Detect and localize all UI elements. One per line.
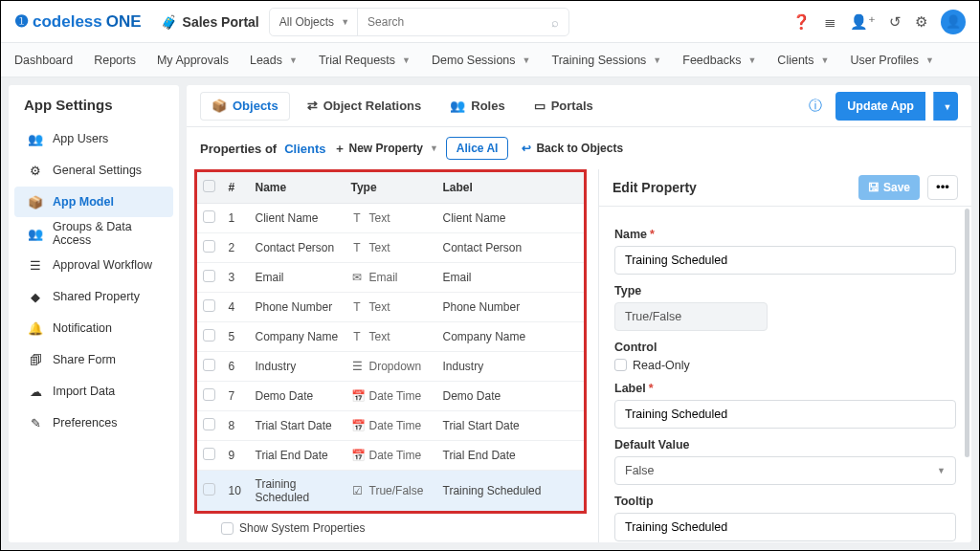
search-icon[interactable]: ⌕ — [551, 14, 559, 29]
row-checkbox[interactable] — [203, 210, 215, 223]
tab-icon: ⇄ — [307, 99, 318, 113]
row-type: 📅Date Time — [351, 419, 432, 432]
sidebar-item-approval-workflow[interactable]: ☰Approval Workflow — [14, 250, 173, 280]
row-checkbox[interactable] — [203, 418, 215, 430]
table-row[interactable]: 7 Demo Date 📅Date Time Demo Date — [196, 382, 586, 411]
help-icon[interactable]: ❓ — [792, 13, 811, 31]
show-system-checkbox[interactable] — [221, 522, 234, 535]
col-type: Type — [345, 171, 437, 204]
row-type: TText — [351, 300, 432, 314]
nav-leads[interactable]: Leads▼ — [250, 54, 298, 67]
table-row[interactable]: 1 Client Name TText Client Name — [196, 204, 586, 233]
table-row[interactable]: 8 Trial Start Date 📅Date Time Trial Star… — [196, 411, 586, 441]
nav-feedbacks[interactable]: Feedbacks▼ — [682, 54, 756, 67]
field-type-value: True/False — [614, 302, 768, 331]
nav-trial-requests[interactable]: Trial Requests▼ — [319, 54, 411, 67]
field-default-select[interactable]: False ▼ — [614, 456, 956, 485]
row-checkbox[interactable] — [203, 270, 215, 282]
user-add-icon[interactable]: 👤⁺ — [850, 13, 876, 31]
sidebar-item-import-data[interactable]: ☁Import Data — [14, 376, 173, 407]
row-type: ☑True/False — [351, 484, 432, 497]
alice-ai-button[interactable]: Alice AI — [446, 137, 509, 160]
row-checkbox[interactable] — [203, 329, 215, 342]
readonly-checkbox[interactable] — [614, 359, 627, 371]
tab-object-relations[interactable]: ⇄Object Relations — [296, 92, 434, 121]
row-checkbox[interactable] — [203, 448, 215, 460]
sidebar-item-label: General Settings — [53, 164, 142, 177]
sidebar-item-shared-property[interactable]: ◆Shared Property — [14, 281, 173, 312]
field-name-input[interactable] — [614, 246, 956, 275]
nav-dashboard[interactable]: Dashboard — [14, 54, 73, 67]
logo-main: codeless — [33, 12, 102, 32]
back-to-objects-link[interactable]: ↩ Back to Objects — [522, 142, 623, 155]
table-row[interactable]: 10 Training Scheduled ☑True/False Traini… — [196, 471, 586, 513]
row-checkbox[interactable] — [203, 359, 215, 371]
save-label: Save — [883, 181, 910, 194]
nav-clients[interactable]: Clients▼ — [777, 54, 829, 67]
table-row[interactable]: 5 Company Name TText Company Name — [196, 322, 586, 352]
gear-icon[interactable]: ⚙ — [915, 13, 927, 31]
row-checkbox[interactable] — [203, 299, 215, 312]
sidebar-item-app-model[interactable]: 📦App Model — [14, 187, 173, 217]
row-label: Email — [437, 263, 586, 293]
row-checkbox[interactable] — [203, 240, 215, 253]
row-name: Trial End Date — [250, 441, 345, 471]
object-name-link[interactable]: Clients — [284, 142, 325, 156]
database-icon[interactable]: ≣ — [824, 13, 836, 31]
show-system-properties[interactable]: Show System Properties — [194, 514, 587, 535]
history-icon[interactable]: ↺ — [889, 13, 902, 31]
search-input[interactable] — [358, 9, 568, 35]
table-row[interactable]: 4 Phone Number TText Phone Number — [196, 293, 586, 322]
type-icon: T — [351, 330, 364, 343]
nav-my-approvals[interactable]: My Approvals — [157, 54, 229, 67]
save-button[interactable]: 🖫 Save — [858, 175, 920, 200]
dots-icon: ••• — [936, 180, 949, 194]
update-app-dropdown[interactable]: ▼ — [933, 92, 958, 121]
update-app-button[interactable]: Update App — [835, 92, 925, 121]
sidebar-item-icon: 👥 — [28, 227, 43, 241]
sidebar-item-app-users[interactable]: 👥App Users — [14, 123, 173, 154]
briefcase-icon: 🧳 — [161, 14, 177, 30]
tab-objects[interactable]: 📦Objects — [200, 92, 290, 121]
row-name: Demo Date — [250, 382, 345, 411]
new-property-button[interactable]: ＋ New Property ▼ — [334, 141, 438, 157]
sidebar-item-label: Import Data — [53, 385, 115, 398]
field-tooltip-input[interactable] — [614, 513, 956, 541]
search-scope-dropdown[interactable]: All Objects ▼ — [270, 9, 358, 35]
sidebar-item-icon: 🗐 — [28, 353, 43, 367]
row-number: 9 — [223, 441, 250, 471]
type-icon: T — [351, 300, 364, 314]
portal-switcher[interactable]: 🧳 Sales Portal — [161, 14, 259, 30]
select-all-checkbox[interactable] — [203, 180, 215, 192]
tab-roles[interactable]: 👥Roles — [438, 92, 516, 121]
more-actions-button[interactable]: ••• — [927, 175, 958, 200]
row-checkbox[interactable] — [203, 483, 215, 496]
field-label-input[interactable] — [614, 400, 956, 429]
sidebar-item-notification[interactable]: 🔔Notification — [14, 313, 173, 343]
nav-reports[interactable]: Reports — [94, 54, 136, 67]
readonly-toggle[interactable]: Read-Only — [614, 359, 956, 372]
nav-training-sessions[interactable]: Training Sessions▼ — [551, 54, 661, 67]
sidebar-item-preferences[interactable]: ✎Preferences — [14, 408, 173, 438]
sidebar-item-share-form[interactable]: 🗐Share Form — [14, 344, 173, 375]
avatar[interactable]: 👤 — [941, 10, 966, 34]
sidebar-item-groups-data-access[interactable]: 👥Groups & Data Access — [14, 218, 173, 249]
nav-user-profiles[interactable]: User Profiles▼ — [851, 54, 934, 67]
app-logo: ❶ codelessONE — [14, 11, 142, 32]
row-checkbox[interactable] — [203, 388, 215, 401]
info-icon[interactable]: ⓘ — [809, 98, 822, 115]
type-icon: ☰ — [351, 360, 364, 373]
type-icon: ☑ — [351, 484, 364, 497]
table-row[interactable]: 6 Industry ☰Dropdown Industry — [196, 352, 586, 382]
table-row[interactable]: 2 Contact Person TText Contact Person — [196, 233, 586, 263]
table-row[interactable]: 3 Email ✉Email Email — [196, 263, 586, 293]
table-row[interactable]: 9 Trial End Date 📅Date Time Trial End Da… — [196, 441, 586, 471]
row-number: 8 — [223, 411, 250, 441]
nav-demo-sessions[interactable]: Demo Sessions▼ — [432, 54, 530, 67]
default-value-text: False — [625, 464, 655, 477]
search-scope-label: All Objects — [279, 15, 334, 29]
row-name: Company Name — [250, 322, 345, 352]
sidebar-item-label: Approval Workflow — [53, 258, 152, 272]
sidebar-item-general-settings[interactable]: ⚙General Settings — [14, 155, 173, 186]
tab-portals[interactable]: ▭Portals — [523, 92, 605, 121]
